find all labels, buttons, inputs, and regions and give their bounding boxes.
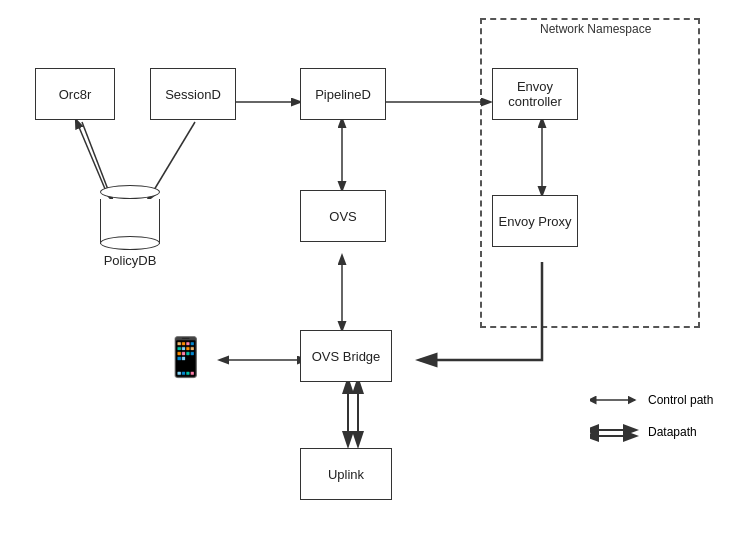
ovs-bridge-box: OVS Bridge <box>300 330 392 382</box>
architecture-diagram: Network Namespace <box>0 0 746 542</box>
envoy-controller-box: Envoy controller <box>492 68 578 120</box>
legend-datapath: Datapath <box>590 422 713 442</box>
datapath-label: Datapath <box>648 425 697 439</box>
datapath-arrow-icon <box>590 422 640 442</box>
envoy-proxy-box: Envoy Proxy <box>492 195 578 247</box>
sessiond-box: SessionD <box>150 68 236 120</box>
uplink-box: Uplink <box>300 448 392 500</box>
legend: Control path Datapath <box>590 390 713 442</box>
namespace-label: Network Namespace <box>540 22 651 36</box>
namespace-border <box>480 18 700 328</box>
policydb-label: PolicyDB <box>104 253 157 268</box>
legend-control-path: Control path <box>590 390 713 410</box>
orc8r-box: Orc8r <box>35 68 115 120</box>
policydb-cylinder: PolicyDB <box>100 185 160 244</box>
control-path-arrow-icon <box>590 390 640 410</box>
cylinder-body <box>100 199 160 244</box>
pipelined-box: PipelineD <box>300 68 386 120</box>
control-path-label: Control path <box>648 393 713 407</box>
phone-icon: 📱 <box>162 335 209 379</box>
ovs-box: OVS <box>300 190 386 242</box>
cylinder-bottom-ellipse <box>100 236 160 250</box>
cylinder-top <box>100 185 160 199</box>
